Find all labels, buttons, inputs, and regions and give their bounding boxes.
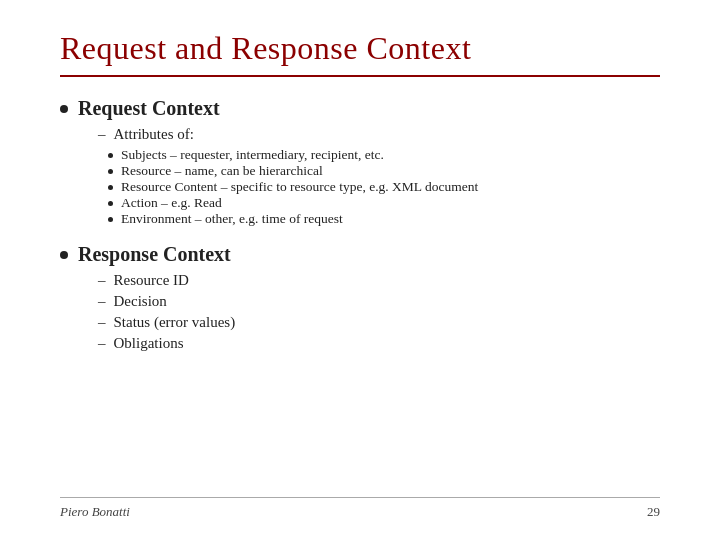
list-item: Resource – name, can be hierarchical <box>108 163 660 179</box>
bullet-text-0: Subjects – requester, intermediary, reci… <box>121 147 384 163</box>
response-context-label: Response Context <box>78 243 231 266</box>
list-item: – Resource ID <box>98 272 660 289</box>
request-context-sub: – Attributes of: Subjects – requester, i… <box>88 126 660 227</box>
list-item: Environment – other, e.g. time of reques… <box>108 211 660 227</box>
slide-content: Request Context – Attributes of: Subject… <box>60 97 660 497</box>
response-item-0: Resource ID <box>114 272 189 289</box>
mini-dot-icon <box>108 185 113 190</box>
list-item: Subjects – requester, intermediary, reci… <box>108 147 660 163</box>
list-item: – Status (error values) <box>98 314 660 331</box>
mini-dot-icon <box>108 217 113 222</box>
response-context-header: Response Context <box>60 243 660 266</box>
slide-title: Request and Response Context <box>60 30 660 67</box>
mini-dot-icon <box>108 201 113 206</box>
response-item-3: Obligations <box>114 335 184 352</box>
list-item: Resource Content – specific to resource … <box>108 179 660 195</box>
bullet-text-1: Resource – name, can be hierarchical <box>121 163 323 179</box>
bullet-icon <box>60 251 68 259</box>
slide-footer: Piero Bonatti 29 <box>60 497 660 520</box>
bullet-text-2: Resource Content – specific to resource … <box>121 179 478 195</box>
bullet-text-4: Environment – other, e.g. time of reques… <box>121 211 343 227</box>
author-name: Piero Bonatti <box>60 504 130 520</box>
dash-icon: – <box>98 335 106 352</box>
mini-dot-icon <box>108 169 113 174</box>
response-context-section: Response Context – Resource ID – Decisio… <box>60 243 660 352</box>
list-item: – Obligations <box>98 335 660 352</box>
page-number: 29 <box>647 504 660 520</box>
response-context-sub: – Resource ID – Decision – Status (error… <box>88 272 660 352</box>
response-item-1: Decision <box>114 293 167 310</box>
attributes-item: – Attributes of: <box>98 126 660 143</box>
request-context-label: Request Context <box>78 97 220 120</box>
request-context-section: Request Context – Attributes of: Subject… <box>60 97 660 227</box>
response-item-2: Status (error values) <box>114 314 236 331</box>
dash-icon: – <box>98 126 106 143</box>
attributes-label: Attributes of: <box>114 126 194 143</box>
title-divider <box>60 75 660 77</box>
dash-icon: – <box>98 314 106 331</box>
bullets-list: Subjects – requester, intermediary, reci… <box>88 147 660 227</box>
mini-dot-icon <box>108 153 113 158</box>
bullet-text-3: Action – e.g. Read <box>121 195 222 211</box>
bullet-icon <box>60 105 68 113</box>
dash-icon: – <box>98 272 106 289</box>
slide: Request and Response Context Request Con… <box>0 0 720 540</box>
list-item: Action – e.g. Read <box>108 195 660 211</box>
dash-icon: – <box>98 293 106 310</box>
request-context-header: Request Context <box>60 97 660 120</box>
list-item: – Decision <box>98 293 660 310</box>
